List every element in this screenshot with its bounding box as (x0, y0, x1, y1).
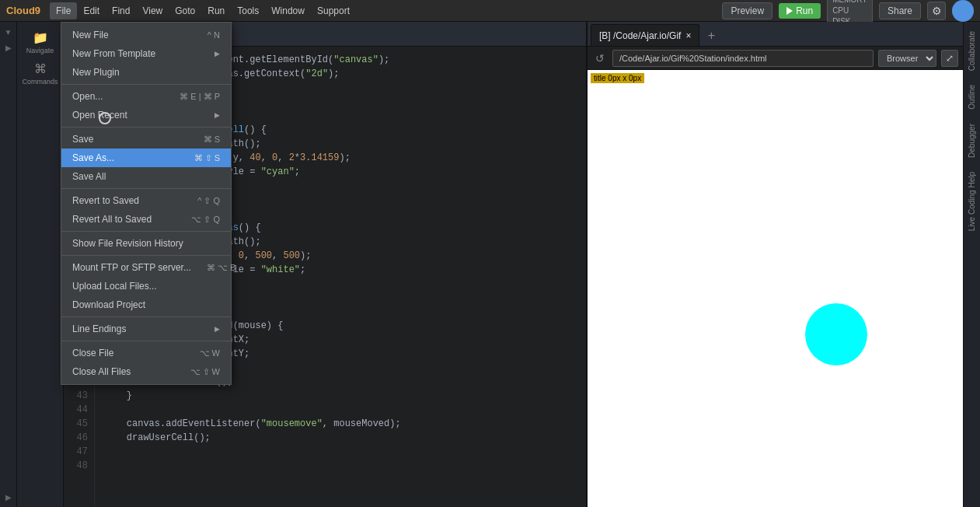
menu-item-open-shortcut: ⌘ E | ⌘ P (180, 92, 220, 102)
commands-panel[interactable]: ⌘ Commands (25, 58, 56, 89)
address-input[interactable] (612, 50, 874, 67)
menu-support[interactable]: Support (311, 2, 356, 19)
menu-item-close-file-shortcut: ⌥ W (200, 348, 220, 358)
menu-sep-2 (61, 127, 231, 128)
app-logo: Cloud9 (6, 5, 40, 16)
menu-sep-5 (61, 255, 231, 256)
menu-item-new-from-template-label: New From Template (72, 48, 155, 59)
menu-sep-1 (61, 84, 231, 85)
menu-item-save-all-label: Save All (72, 171, 106, 182)
menu-sep-7 (61, 341, 231, 341)
browser-tab-bar: [B] /Code/Ajar.io/Gif × + (588, 22, 963, 47)
menu-item-new-file[interactable]: New File ^ N (61, 26, 231, 44)
menu-item-new-plugin[interactable]: New Plugin (61, 63, 231, 82)
menu-tools[interactable]: Tools (231, 2, 265, 19)
commands-label: Commands (23, 78, 58, 86)
avatar[interactable] (952, 0, 974, 22)
file-menu-dropdown: New File ^ N New From Template New Plugi… (61, 22, 232, 385)
menu-item-save[interactable]: Save ⌘ S (61, 130, 231, 149)
browser-tab-label: [B] /Code/Ajar.io/Gif (599, 30, 681, 41)
menu-window[interactable]: Window (265, 2, 311, 19)
menu-item-show-revision-history[interactable]: Show File Revision History (61, 234, 231, 253)
navigate-panel[interactable]: 📁 Navigate (25, 26, 56, 58)
close-browser-tab-icon[interactable]: × (685, 30, 691, 41)
menu-item-close-all-files[interactable]: Close All Files ⌥ ⇧ W (61, 362, 231, 381)
menu-item-mount-ftp-shortcut: ⌘ ⌥ B (207, 263, 235, 273)
right-panel-debugger[interactable]: Debugger (966, 117, 978, 164)
sidebar-icon-2[interactable]: ▶ (2, 40, 16, 54)
cpu-label: CPU (832, 5, 867, 16)
menu-run-menu[interactable]: Run (201, 2, 231, 19)
browser-viewport: title 0px x 0px (588, 70, 963, 507)
menu-item-close-all-files-label: Close All Files (72, 366, 131, 377)
menu-item-new-from-template[interactable]: New From Template (61, 44, 231, 63)
navigate-icon: 📁 (33, 30, 48, 45)
menu-edit[interactable]: Edit (77, 2, 106, 19)
menu-item-open[interactable]: Open... ⌘ E | ⌘ P (61, 87, 231, 106)
canvas-preview (634, 132, 980, 507)
menu-item-upload-files-label: Upload Local Files... (72, 281, 157, 292)
menu-item-open-recent[interactable]: Open Recent (61, 106, 231, 124)
menu-item-upload-files[interactable]: Upload Local Files... (61, 277, 231, 295)
menu-item-revert-all-saved-shortcut: ⌥ ⇧ Q (191, 215, 220, 225)
run-icon (786, 7, 793, 15)
menu-item-new-file-shortcut: ^ N (208, 30, 220, 40)
menu-view[interactable]: View (136, 2, 169, 19)
menu-sep-4 (61, 231, 231, 232)
menu-item-save-as-shortcut: ⌘ ⇧ S (194, 153, 220, 163)
preview-button[interactable]: Preview (722, 2, 772, 19)
right-panel-livecoding[interactable]: Live Coding Help (966, 166, 978, 237)
browser-type-dropdown[interactable]: Browser (878, 50, 936, 67)
menu-item-save-shortcut: ⌘ S (204, 135, 220, 145)
title-indicator: title 0px x 0px (591, 73, 644, 83)
file-menu: New File ^ N New From Template New Plugi… (61, 22, 232, 385)
menu-item-revert-saved-shortcut: ^ ⇧ Q (197, 196, 220, 206)
menu-item-mount-ftp[interactable]: Mount FTP or SFTP server... ⌘ ⌥ B (61, 258, 231, 277)
menu-bar: Cloud9 File Edit Find View Goto Run Tool… (0, 0, 980, 22)
canvas-circle (805, 303, 867, 365)
file-panel: 📁 Navigate ⌘ Commands (17, 22, 64, 507)
menu-item-save-label: Save (72, 134, 93, 145)
browser-expand-button[interactable]: ⤢ (941, 50, 958, 67)
menu-sep-6 (61, 316, 231, 317)
navigate-label: Navigate (26, 47, 54, 54)
menu-item-line-endings-label: Line Endings (72, 323, 126, 334)
browser-back-button[interactable]: ↺ (592, 52, 608, 65)
menu-item-show-revision-history-label: Show File Revision History (72, 238, 183, 249)
menu-item-close-file[interactable]: Close File ⌥ W (61, 344, 231, 362)
right-panel-outline[interactable]: Outline (966, 79, 978, 116)
left-sidebar: ▼ ▶ ▶ (0, 22, 17, 507)
menu-item-revert-saved-label: Revert to Saved (72, 195, 139, 206)
menu-item-close-all-files-shortcut: ⌥ ⇧ W (190, 367, 221, 377)
commands-icon: ⌘ (34, 61, 47, 76)
browser-panel: [B] /Code/Ajar.io/Gif × + ↺ Browser ⤢ ti… (586, 22, 963, 507)
menu-sep-3 (61, 188, 231, 189)
menu-item-line-endings[interactable]: Line Endings (61, 320, 231, 338)
menu-item-download-project[interactable]: Download Project (61, 295, 231, 314)
menu-item-save-as[interactable]: Save As... ⌘ ⇧ S (61, 149, 231, 167)
right-panel-collaborate[interactable]: Collaborate (966, 25, 978, 77)
menu-item-download-project-label: Download Project (72, 299, 145, 310)
sidebar-icon-1[interactable]: ▼ (2, 25, 16, 39)
menu-item-close-file-label: Close File (72, 348, 113, 358)
menu-goto[interactable]: Goto (169, 2, 201, 19)
memory-label: MEMORY (832, 0, 867, 5)
menu-find[interactable]: Find (106, 2, 136, 19)
settings-icon[interactable]: ⚙ (927, 2, 946, 20)
menu-file[interactable]: File (50, 2, 77, 19)
sidebar-icon-bottom[interactable]: ▶ (2, 490, 16, 504)
browser-tab-main[interactable]: [B] /Code/Ajar.io/Gif × (591, 24, 699, 46)
share-button[interactable]: Share (879, 2, 921, 19)
browser-address-bar: ↺ Browser ⤢ (588, 47, 963, 70)
menu-item-open-label: Open... (72, 91, 103, 102)
menu-item-new-plugin-label: New Plugin (72, 67, 120, 78)
menu-item-revert-all-saved[interactable]: Revert All to Saved ⌥ ⇧ Q (61, 210, 231, 229)
run-label: Run (796, 5, 813, 16)
sidebar-icon-3[interactable]: ▶ (2, 490, 16, 504)
menu-item-revert-saved[interactable]: Revert to Saved ^ ⇧ Q (61, 191, 231, 210)
run-button[interactable]: Run (779, 3, 821, 19)
menu-item-mount-ftp-label: Mount FTP or SFTP server... (72, 262, 191, 273)
menu-item-new-file-label: New File (72, 30, 109, 40)
add-browser-tab-button[interactable]: + (701, 26, 721, 46)
menu-item-save-all[interactable]: Save All (61, 167, 231, 186)
